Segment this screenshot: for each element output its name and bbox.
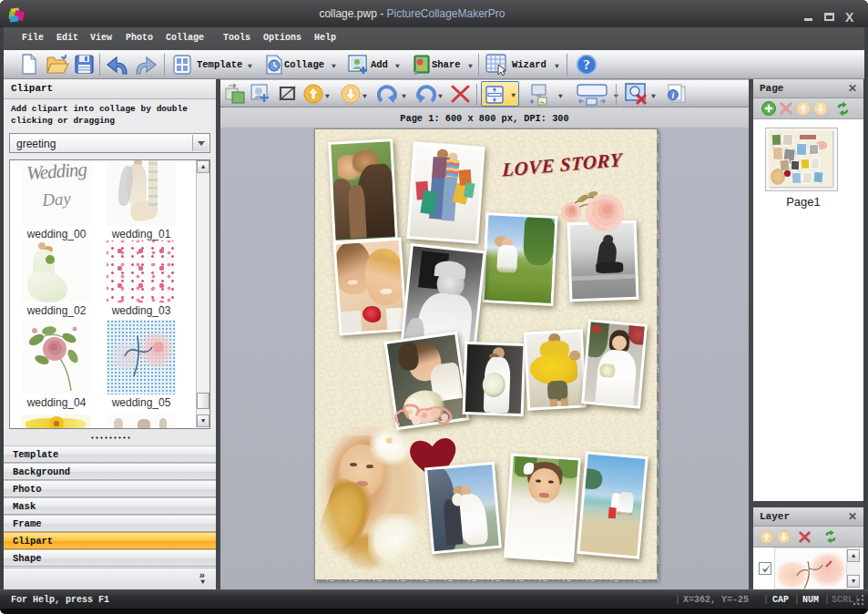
svg-text:?: ? [583,57,590,72]
svg-text:i: i [672,90,675,100]
